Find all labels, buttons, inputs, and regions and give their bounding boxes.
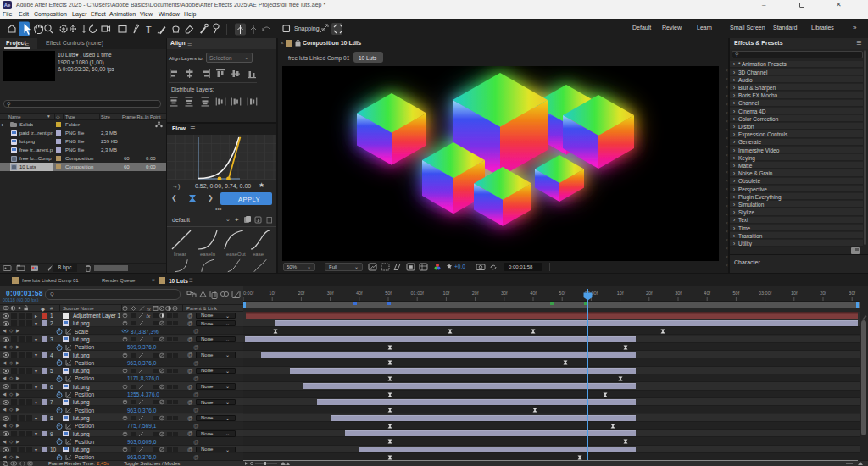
svg-text:03:00f: 03:00f xyxy=(759,291,772,296)
svg-text:20f: 20f xyxy=(298,291,305,296)
svg-text:50f: 50f xyxy=(385,291,392,296)
svg-text:40f: 40f xyxy=(704,291,710,296)
svg-text:0:00f: 0:00f xyxy=(243,291,254,296)
svg-text:30f: 30f xyxy=(501,291,508,296)
svg-text:10f: 10f xyxy=(617,291,624,296)
svg-text:40f: 40f xyxy=(356,291,363,296)
svg-text:10f: 10f xyxy=(269,291,275,296)
svg-text:fx: fx xyxy=(147,313,152,319)
svg-text:50f: 50f xyxy=(733,291,740,296)
svg-text:20f: 20f xyxy=(820,291,826,296)
svg-text:fx: fx xyxy=(147,306,152,311)
svg-text:01:00f: 01:00f xyxy=(411,291,425,296)
svg-text:10f: 10f xyxy=(443,291,450,296)
svg-text:50f: 50f xyxy=(559,291,565,296)
svg-text:30f: 30f xyxy=(849,291,855,296)
svg-text:20f: 20f xyxy=(472,291,479,296)
svg-text:10f: 10f xyxy=(791,291,798,296)
svg-text:40f: 40f xyxy=(530,291,537,296)
svg-text:20f: 20f xyxy=(646,291,653,296)
svg-text:30f: 30f xyxy=(675,291,682,296)
svg-text:30f: 30f xyxy=(327,291,334,296)
svg-text:T: T xyxy=(146,25,152,35)
